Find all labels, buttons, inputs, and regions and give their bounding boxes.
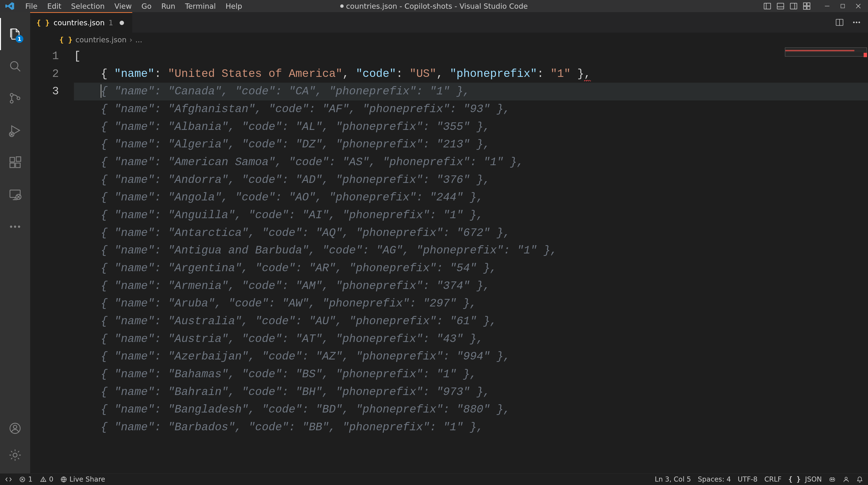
ghost-suggestion-line: { "name": "Algeria", "code": "DZ", "phon…	[74, 136, 868, 153]
activity-more[interactable]	[0, 211, 30, 243]
toggle-panel-bottom-icon[interactable]	[776, 2, 785, 10]
window-title: countries.json - Copilot-shots - Visual …	[340, 2, 528, 10]
ghost-suggestion-line: { "name": "Australia", "code": "AU", "ph…	[74, 312, 868, 330]
app-root: FileEditSelectionViewGoRunTerminalHelp c…	[0, 0, 868, 485]
activity-settings[interactable]	[8, 442, 22, 468]
code-content[interactable]: [ { "name": "United States of America", …	[71, 48, 868, 473]
activity-extensions[interactable]	[0, 146, 30, 179]
ghost-suggestion-line: { "name": "Canada", "code": "CA", "phone…	[74, 83, 868, 100]
window-controls	[823, 2, 863, 10]
svg-rect-21	[10, 157, 14, 162]
activity-remote-explorer[interactable]	[0, 179, 30, 211]
menu-file[interactable]: File	[21, 0, 42, 12]
ghost-suggestion-line: { "name": "Bahrain", "code": "BH", "phon…	[74, 383, 868, 401]
tab-dirty-indicator-icon	[120, 21, 124, 25]
svg-rect-8	[804, 6, 806, 9]
svg-point-16	[10, 93, 13, 96]
svg-rect-4	[790, 3, 797, 9]
status-cursor[interactable]: Ln 3, Col 5	[655, 475, 691, 483]
customize-layout-icon[interactable]	[802, 2, 811, 10]
menu-go[interactable]: Go	[137, 0, 157, 12]
json-file-icon: { }	[36, 19, 50, 27]
svg-rect-9	[807, 6, 810, 9]
svg-point-31	[10, 225, 12, 228]
activity-search[interactable]	[0, 50, 30, 82]
editor-actions	[834, 17, 868, 28]
svg-point-35	[13, 425, 17, 429]
window-close-icon[interactable]	[854, 2, 863, 10]
minimap[interactable]	[785, 48, 867, 57]
svg-rect-24	[16, 157, 21, 161]
menu-help[interactable]: Help	[221, 0, 247, 12]
ghost-suggestion-line: { "name": "Bangladesh", "code": "BD", "p…	[74, 401, 868, 419]
status-copilot[interactable]	[829, 476, 836, 483]
svg-line-15	[17, 68, 20, 71]
ghost-suggestion-line: { "name": "Anguilla", "code": "AI", "pho…	[74, 207, 868, 224]
ghost-suggestion-line: { "name": "Antigua and Barbuda", "code":…	[74, 242, 868, 260]
ghost-suggestion-line: { "name": "Austria", "code": "AT", "phon…	[74, 330, 868, 348]
svg-rect-6	[804, 3, 806, 6]
ghost-suggestion-line: { "name": "Angola", "code": "AO", "phone…	[74, 189, 868, 207]
status-notifications[interactable]	[856, 476, 863, 483]
activity-explorer[interactable]: 1	[0, 18, 30, 50]
svg-point-51	[833, 479, 834, 480]
line-gutter: 123	[30, 48, 71, 473]
tab-name: countries.json	[54, 19, 104, 27]
svg-rect-49	[830, 478, 835, 481]
breadcrumb[interactable]: { } countries.json › ...	[59, 33, 868, 48]
status-liveshare[interactable]: Live Share	[60, 475, 105, 483]
svg-point-14	[10, 62, 18, 69]
remote-indicator[interactable]	[5, 476, 12, 483]
ghost-suggestion-line: { "name": "Aruba", "code": "AW", "phonep…	[74, 295, 868, 312]
status-encoding[interactable]: UTF-8	[738, 475, 757, 483]
ghost-suggestion-line: { "name": "Azerbaijan", "code": "AZ", "p…	[74, 348, 868, 366]
titlebar: FileEditSelectionViewGoRunTerminalHelp c…	[0, 0, 868, 12]
minimap-error-dot	[864, 53, 867, 57]
activity-accounts[interactable]	[8, 415, 22, 442]
toggle-panel-left-icon[interactable]	[763, 2, 772, 10]
window-minimize-icon[interactable]	[823, 2, 832, 10]
activity-bar-bottom	[8, 415, 22, 473]
main-area: 1	[0, 12, 868, 473]
breadcrumb-file: countries.json	[75, 35, 126, 44]
window-title-text: countries.json - Copilot-shots - Visual …	[346, 2, 528, 10]
svg-point-40	[856, 22, 857, 23]
svg-rect-11	[841, 4, 844, 8]
error-count: 1	[28, 475, 33, 483]
svg-rect-2	[777, 3, 784, 9]
menu-edit[interactable]: Edit	[42, 0, 66, 12]
minimap-error-marker	[785, 50, 867, 52]
menu-run[interactable]: Run	[156, 0, 180, 12]
status-problems[interactable]: 1 0	[19, 475, 54, 483]
menu-selection[interactable]: Selection	[66, 0, 110, 12]
ghost-suggestion-line: { "name": "Afghanistan", "code": "AF", "…	[74, 100, 868, 118]
svg-point-46	[43, 480, 43, 481]
tab-countries-json[interactable]: { } countries.json 1	[30, 12, 132, 33]
json-file-icon: { }	[59, 35, 72, 44]
split-editor-icon[interactable]	[834, 17, 845, 28]
menu-terminal[interactable]: Terminal	[180, 0, 221, 12]
status-language[interactable]: { } JSON	[788, 475, 822, 483]
editor-more-icon[interactable]	[851, 17, 862, 28]
toggle-panel-right-icon[interactable]	[789, 2, 798, 10]
activity-run-debug[interactable]	[0, 114, 30, 146]
svg-point-52	[845, 477, 847, 479]
menu-view[interactable]: View	[110, 0, 137, 12]
svg-point-41	[859, 22, 860, 23]
line-number: 2	[30, 65, 59, 83]
code-editor[interactable]: 123 [ { "name": "United States of Americ…	[30, 48, 868, 473]
line-number: 1	[30, 48, 59, 65]
menu-bar: FileEditSelectionViewGoRunTerminalHelp	[21, 0, 247, 12]
svg-point-32	[14, 225, 16, 228]
status-eol[interactable]: CRLF	[765, 475, 782, 483]
activity-source-control[interactable]	[0, 82, 30, 114]
status-feedback[interactable]	[843, 476, 849, 483]
svg-point-39	[853, 22, 855, 23]
code-line: [	[74, 48, 868, 65]
liveshare-icon	[60, 476, 67, 483]
status-spaces[interactable]: Spaces: 4	[698, 475, 731, 483]
window-maximize-icon[interactable]	[838, 2, 847, 10]
chevron-right-icon: ›	[129, 35, 132, 44]
explorer-badge: 1	[16, 35, 23, 43]
svg-rect-23	[16, 163, 20, 168]
